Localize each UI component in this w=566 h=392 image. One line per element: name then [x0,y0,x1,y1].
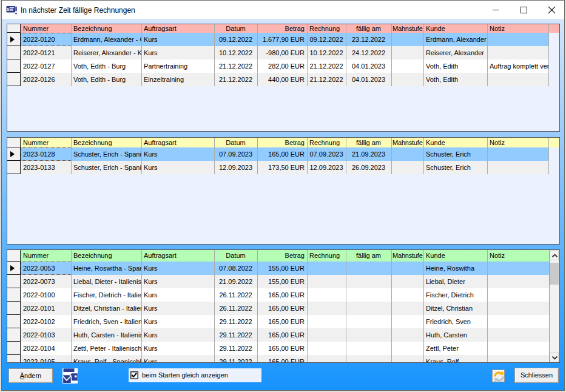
svg-text:$: $ [7,7,9,12]
